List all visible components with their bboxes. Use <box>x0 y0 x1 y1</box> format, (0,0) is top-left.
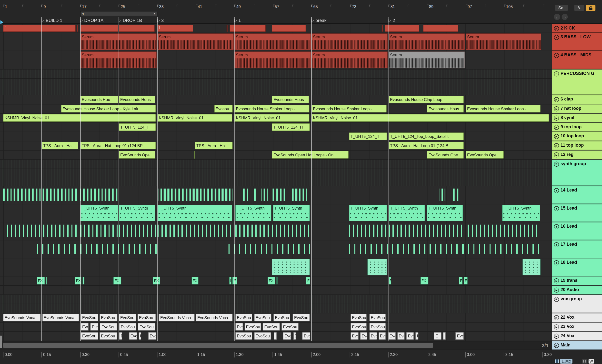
lane-lead-14[interactable] <box>0 186 552 204</box>
clip-vox-23[interactable]: EvoSou <box>100 323 117 331</box>
clip-kick[interactable] <box>77 25 78 32</box>
clip-vox-22[interactable]: EvoSou <box>138 314 156 321</box>
playback-speed[interactable]: 1.00x <box>560 359 572 364</box>
clip-vox-24[interactable]: EvoSou <box>99 332 117 340</box>
clip-transi[interactable]: F <box>464 277 467 284</box>
clip-clap[interactable]: Evosounds House Clap Loop - <box>388 96 464 103</box>
clip-top-loop-11[interactable]: TPS - Aura - Ha <box>195 142 233 149</box>
clip-lead-14[interactable] <box>453 187 459 203</box>
clip-vox-22[interactable]: EvoSou <box>81 314 98 321</box>
clip-lead-17[interactable] <box>463 241 541 257</box>
track-header-7-hat-loop[interactable]: ▶7 hat loop <box>552 104 602 113</box>
play-icon[interactable]: ▶ <box>554 26 559 31</box>
clip-lead-15[interactable]: T_UHT5_Synth <box>273 205 310 221</box>
play-icon[interactable]: ▶ <box>554 343 559 348</box>
play-icon[interactable]: ▶ <box>554 315 559 320</box>
clip-lead-17[interactable] <box>349 241 464 257</box>
clip-reg[interactable]: EvoSounds Ope <box>427 151 464 159</box>
clip-transi[interactable] <box>276 277 278 284</box>
clip-kick[interactable]: f <box>3 25 76 32</box>
clip-vox-24[interactable]: E <box>119 332 122 340</box>
clip-vox-24[interactable]: Evo <box>360 332 367 340</box>
clip-lead-16[interactable] <box>468 223 540 239</box>
play-icon[interactable]: ▶ <box>554 152 559 157</box>
lane-percussion-sub[interactable] <box>0 79 552 95</box>
back-arrow-icon[interactable]: ← <box>554 14 560 20</box>
clip-vox-24[interactable]: Evo <box>129 332 137 340</box>
clip-vox-23[interactable]: EvoSou <box>351 323 367 331</box>
clip-lead-14[interactable] <box>272 187 285 203</box>
lane-top-loop-9[interactable]: T_UHT5_124_HT_UHT5_124_H <box>0 123 552 132</box>
clip-bass-low[interactable]: Serum <box>80 33 157 50</box>
clip-reg[interactable] <box>194 151 195 159</box>
clip-transi[interactable]: FX <box>37 277 45 284</box>
clip-vox-23[interactable]: EvoSou <box>244 323 261 331</box>
clip-vox-22[interactable]: EvoSou <box>351 314 367 321</box>
clip-top-loop-10[interactable]: T_UHT5_124_T <box>349 132 387 140</box>
clip-lead-15[interactable]: T_UHT5_Synth <box>235 205 271 221</box>
clip-vox-24[interactable]: Evo <box>283 332 291 340</box>
forward-arrow-icon[interactable]: → <box>562 14 568 20</box>
clip-lead-14[interactable] <box>159 187 233 203</box>
clip-kick[interactable] <box>229 25 266 32</box>
clip-vox-24[interactable]: E <box>139 332 141 340</box>
clip-vox-22[interactable]: EvoSou <box>99 314 118 321</box>
clip-clap[interactable]: Evosounds Hou <box>80 96 118 103</box>
clip-transi[interactable]: FX <box>75 277 81 284</box>
clip-lead-16[interactable] <box>235 223 310 239</box>
track-header-vox-group[interactable]: ☰vox group <box>552 295 602 313</box>
clip-bass-mids[interactable]: Serum <box>312 52 388 68</box>
clip-vox-22[interactable]: EvoSou <box>119 314 137 321</box>
clip-lead-18[interactable] <box>367 259 387 275</box>
track-header-3-bass-low[interactable]: ▼3 BASS - LOW <box>552 33 602 51</box>
clip-lead-14[interactable] <box>440 187 445 203</box>
clip-lead-17[interactable] <box>37 241 78 257</box>
clip-lead-14[interactable] <box>253 187 258 203</box>
clip-bass-low[interactable]: Serum <box>388 33 465 50</box>
clip-lead-16[interactable] <box>349 223 387 239</box>
track-header-2-kick[interactable]: ▶2 KICK <box>552 24 602 33</box>
clip-bass-low[interactable]: Serum <box>157 33 234 50</box>
clip-vox-22[interactable]: EvoSounds Voca <box>42 314 79 321</box>
clip-lead-15[interactable]: T_UHT5_Synth <box>349 205 387 221</box>
lock-icon[interactable] <box>586 5 595 11</box>
track-header-10-top-loop[interactable]: ▶10 top loop <box>552 132 602 141</box>
track-header-percussion-g[interactable]: ☰PERCUSSION G <box>552 70 602 95</box>
track-header-20-audio[interactable]: ▶20 Audio <box>552 286 602 294</box>
track-header-12-reg[interactable]: ▶12 reg <box>552 150 602 159</box>
clip-kick[interactable] <box>423 25 458 32</box>
clip-vox-24[interactable]: EvoSou <box>81 332 98 340</box>
clip-transi[interactable]: FX <box>268 277 275 284</box>
clip-lead-18[interactable] <box>523 259 541 275</box>
clip-vox-22[interactable]: EvoSou <box>273 314 290 321</box>
clip-vynil[interactable]: KSHMR_Vinyl_Noise_01 <box>157 114 232 121</box>
track-header-19-transi[interactable]: ▶19 transi <box>552 276 602 285</box>
clip-transi[interactable] <box>82 277 84 284</box>
clip-lead-15[interactable]: T_UHT5_Synth <box>388 205 425 221</box>
draw-mode-icon[interactable]: ✎ <box>574 5 584 11</box>
clip-bass-low[interactable]: Serum <box>234 33 311 50</box>
clip-kick[interactable] <box>272 25 306 32</box>
clip-vox-24[interactable] <box>443 332 446 340</box>
clip-hat-loop[interactable]: Evosounds House Shaker Loop - <box>466 105 541 112</box>
clip-vox-23[interactable]: EvoSou <box>281 323 299 331</box>
lane-vynil[interactable]: KSHMR_Vinyl_Noise_01KSHMR_Vinyl_Noise_01… <box>0 114 552 123</box>
play-icon[interactable]: ▶ <box>554 134 559 139</box>
clip-vox-24[interactable]: Evo <box>302 332 310 340</box>
play-icon[interactable]: ▶ <box>554 106 559 111</box>
clip-lead-14[interactable] <box>3 187 79 203</box>
clip-kick[interactable]: f <box>157 25 194 32</box>
loop-right-arrow-icon[interactable]: ► <box>153 12 156 15</box>
play-icon[interactable]: ▶ <box>554 116 559 120</box>
clip-kick[interactable] <box>80 25 118 32</box>
track-header-synth-group[interactable]: ☰synth group <box>552 160 602 186</box>
clip-vox-24[interactable]: Evo <box>378 332 386 340</box>
clip-reg[interactable]: EvoSounds Open Hat Loops - On <box>272 151 349 159</box>
lane-top-loop-10[interactable]: T_UHT5_124_TT_UHT5_124_Top_Loop_Satellit <box>0 132 552 141</box>
track-header-23-vox[interactable]: ▶23 Vox <box>552 322 602 331</box>
track-header-16-lead[interactable]: ▼16 Lead <box>552 222 602 240</box>
clip-lead-18[interactable] <box>272 259 310 275</box>
track-header-17-lead[interactable]: ▼17 Lead <box>552 240 602 258</box>
set-button[interactable]: Set <box>555 5 568 11</box>
track-header-24-vox[interactable]: ▶24 Vox <box>552 332 602 341</box>
